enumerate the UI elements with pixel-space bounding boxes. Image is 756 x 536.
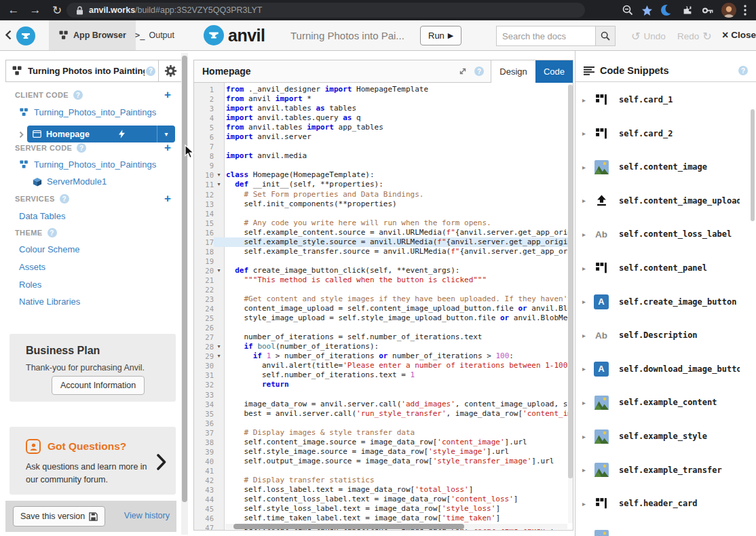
code-line[interactable]: 29▾ if 1 > number_of_iterations or numbe… [194, 351, 568, 361]
code-line[interactable]: 1from ._anvil_designer import HomepageTe… [194, 85, 568, 94]
disclosure-caret-icon[interactable] [582, 197, 590, 204]
code-line[interactable]: 31 self.number_of_iterations.text = 1 [194, 370, 568, 380]
snippet-item[interactable]: self.content_image [575, 158, 756, 176]
tab-output[interactable]: >_ Output [126, 20, 184, 50]
tab-design[interactable]: Design [491, 60, 535, 83]
form-dropdown-button[interactable] [157, 126, 175, 142]
code-line[interactable]: 22 [194, 285, 568, 294]
code-line[interactable]: 16 self.example_content.source = anvil.U… [194, 228, 568, 237]
account-information-button[interactable]: Account Information [52, 376, 145, 395]
code-line[interactable]: 40 self.output_image.source = image_data… [194, 457, 568, 466]
snippet-item[interactable]: self.example_transfer [575, 461, 756, 479]
code-line[interactable]: 11▾ def __init__(self, **properties): [194, 180, 568, 189]
theme-help-icon[interactable] [48, 228, 57, 237]
snippet-item[interactable]: self.header_card [575, 495, 756, 512]
code-line[interactable]: 20▾ def create_image_button_click(self, … [194, 266, 568, 275]
extension-crescent-icon[interactable] [660, 3, 674, 17]
code-line[interactable]: 32 return [194, 380, 568, 389]
panel-scrollbar-thumb[interactable] [182, 56, 187, 502]
code-line[interactable]: 38 self.content_image.source = image_dat… [194, 438, 568, 447]
disclosure-caret-icon[interactable] [582, 332, 590, 339]
snippets-scrollbar[interactable] [751, 83, 755, 531]
code-line[interactable]: 39 self.style_image.source = image_data_… [194, 447, 568, 457]
snippets-scrollbar-thumb[interactable] [751, 109, 755, 221]
code-line[interactable]: 2from anvil import * [194, 94, 568, 104]
code-area[interactable]: 1from ._anvil_designer import HomepageTe… [194, 83, 573, 530]
code-line[interactable]: 41 [194, 466, 568, 476]
add-service-button[interactable] [163, 194, 172, 204]
snippet-item[interactable]: self.example_content [575, 394, 756, 411]
fold-caret-icon[interactable]: ▾ [214, 351, 224, 361]
editor-hscrollbar-thumb[interactable] [233, 524, 464, 529]
docs-search-input[interactable] [496, 26, 595, 46]
code-line[interactable]: 44 self.content_loss_label.text = image_… [194, 495, 568, 504]
code-line[interactable]: 10▾class Homepage(HomepageTemplate): [194, 170, 568, 180]
fold-caret-icon[interactable]: ▾ [214, 342, 224, 351]
editor-hscrollbar[interactable] [225, 524, 567, 529]
disclosure-caret-icon[interactable] [582, 399, 590, 406]
disclosure-caret-icon[interactable] [582, 164, 590, 171]
expand-editor-icon[interactable] [458, 66, 468, 76]
code-line[interactable]: 36 [194, 419, 568, 428]
disclosure-caret-icon[interactable] [582, 265, 590, 272]
code-line[interactable]: 4import anvil.tables.query as q [194, 113, 568, 123]
code-line[interactable]: 27 number_of_iterations = self.number_of… [194, 332, 568, 342]
questions-card[interactable]: Got Questions? Ask questions and learn m… [10, 427, 176, 495]
sidebar-item-homepage-form[interactable]: Homepage [27, 126, 175, 142]
redo-button[interactable]: Redo ↻ [677, 30, 712, 43]
fold-caret-icon[interactable]: ▾ [214, 170, 224, 180]
code-line[interactable]: 25 style_image_upload = self.style_image… [194, 313, 568, 323]
code-line[interactable]: 15 # Any code you write here will run wh… [194, 218, 568, 228]
snippet-item[interactable]: Aself.create_image_button [575, 293, 756, 311]
disclosure-caret-icon[interactable] [582, 298, 590, 305]
profile-avatar[interactable] [721, 3, 736, 18]
disclosure-caret-icon[interactable] [582, 500, 590, 508]
panel-scrollbar[interactable] [181, 53, 188, 535]
services-help-icon[interactable] [60, 194, 69, 204]
code-line[interactable]: 28▾ if bool(number_of_iterations): [194, 342, 568, 351]
code-line[interactable]: 6import anvil.server [194, 132, 568, 142]
code-line[interactable]: 5from anvil.tables import app_tables [194, 123, 568, 132]
collapse-chevron-icon[interactable] [5, 30, 12, 43]
view-history-link[interactable]: View history [124, 511, 170, 520]
save-version-button[interactable]: Save this version [13, 506, 105, 527]
code-line[interactable]: 19 [194, 256, 568, 266]
app-settings-button[interactable] [158, 60, 183, 81]
disclosure-caret-icon[interactable] [582, 231, 590, 238]
run-button[interactable]: Run ▶ [420, 26, 461, 45]
code-line[interactable]: 21 """This method is called when the but… [194, 275, 568, 285]
editor-help-icon[interactable] [474, 66, 484, 76]
address-bar[interactable]: anvil.works/build#app:3S2VZY5QQ3PR3LYT [67, 3, 585, 18]
code-line[interactable]: 33 [194, 390, 568, 400]
sidebar-item-servermodule1[interactable]: ServerModule1 [33, 176, 107, 187]
password-key-icon[interactable] [701, 4, 714, 17]
undo-button[interactable]: ↺ Undo [631, 30, 666, 43]
editor-vscrollbar-thumb[interactable] [568, 85, 573, 478]
code-line[interactable]: 43 self.loss_label.text = image_data_row… [194, 485, 568, 495]
snippets-help-icon[interactable] [738, 66, 748, 75]
code-line[interactable]: 42 # Display transfer statistics [194, 476, 568, 485]
code-line[interactable]: 18 self.example_transfer.source = anvil.… [194, 247, 568, 256]
code-line[interactable]: 14 [194, 209, 568, 218]
browser-reload-icon[interactable]: ↻ [49, 2, 65, 18]
server-code-help-icon[interactable] [77, 143, 86, 153]
docs-search-button[interactable] [595, 26, 616, 46]
forum-chevron-icon[interactable] [157, 454, 166, 473]
sidebar-item-colour-scheme[interactable]: Colour Scheme [19, 244, 80, 254]
app-help-icon[interactable] [146, 66, 155, 76]
client-code-help-icon[interactable] [73, 90, 83, 100]
expand-form-chevron-icon[interactable] [19, 129, 24, 141]
snippet-item[interactable]: Aself.download_image_button [575, 360, 756, 378]
sidebar-item-assets[interactable]: Assets [19, 262, 45, 272]
extensions-puzzle-icon[interactable] [681, 4, 694, 16]
sidebar-item-data-tables[interactable]: Data Tables [19, 211, 65, 221]
disclosure-caret-icon[interactable] [582, 365, 590, 372]
code-line[interactable]: 12 # Set Form properties and Data Bindin… [194, 190, 568, 199]
code-line[interactable]: 34 image_data_row = anvil.server.call('a… [194, 400, 568, 409]
code-line[interactable]: 17 self.example_style.source = anvil.URL… [194, 237, 568, 247]
code-line[interactable]: 23 #Get content and style images if they… [194, 294, 568, 304]
tab-code[interactable]: Code [535, 60, 573, 83]
add-client-code-button[interactable] [163, 90, 172, 100]
code-line[interactable]: 8import anvil.media [194, 151, 568, 161]
sidebar-item-roles[interactable]: Roles [19, 280, 41, 290]
